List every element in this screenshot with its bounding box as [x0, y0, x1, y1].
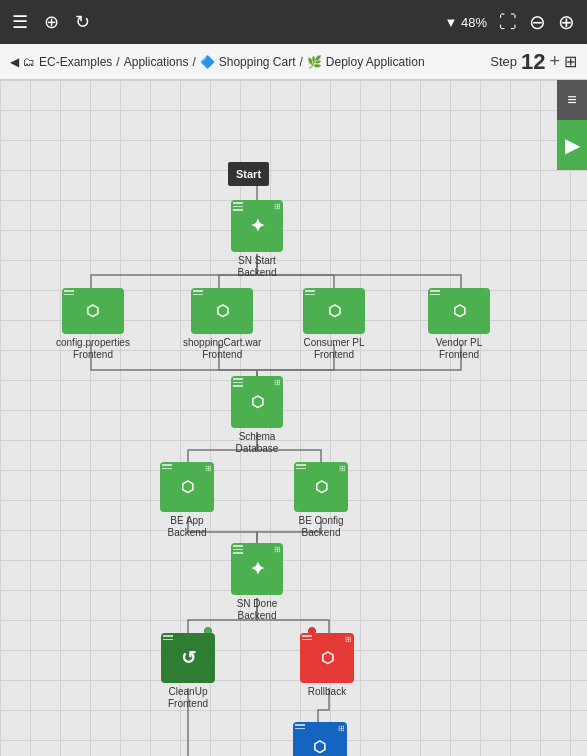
node-rollback[interactable]: ⬡ ⊞ Rollback [300, 633, 354, 698]
add-step-button[interactable]: + [549, 51, 560, 72]
applications-link[interactable]: Applications [124, 55, 189, 69]
node-manual-input-box: ⬡ ⊞ [293, 722, 347, 756]
node-sn-done[interactable]: ✦ ⊞ SN DoneBackend [231, 543, 283, 622]
node-cleanup[interactable]: ↺ CleanUpFrontend [161, 633, 215, 710]
node-consumer-pl[interactable]: ⬡ Consumer PLFrontend [303, 288, 365, 361]
node-vendor-pl[interactable]: ⬡ Vendor PLFrontend [428, 288, 490, 361]
node-rollback-label: Rollback [308, 686, 346, 698]
node-be-app-badge: ⊞ [205, 464, 212, 473]
node-consumer-pl-icon: ⬡ [328, 302, 341, 320]
breadcrumb: ◀ 🗂 EC-Examples / Applications / 🔷 Shopp… [10, 55, 425, 69]
node-manual-input-badge: ⊞ [338, 724, 345, 733]
node-vendor-pl-box: ⬡ [428, 288, 490, 334]
node-sn-start[interactable]: ✦ ⊞ SN StartBackend [231, 200, 283, 279]
node-shopping-cart-war-label: shoppingCart.warFrontend [183, 337, 261, 361]
play-icon: ▶ [565, 133, 580, 157]
node-sn-done-label: SN DoneBackend [237, 598, 278, 622]
node-start[interactable]: Start [228, 162, 269, 186]
node-sn-done-badge: ⊞ [274, 545, 281, 554]
node-shopping-cart-war-icon: ⬡ [216, 302, 229, 320]
step-label: Step [490, 54, 517, 69]
node-be-app-label: BE AppBackend [168, 515, 207, 539]
node-be-config[interactable]: ⬡ ⊞ BE ConfigBackend [294, 462, 348, 539]
node-shopping-cart-war[interactable]: ⬡ shoppingCart.warFrontend [183, 288, 261, 361]
node-be-config-box: ⬡ ⊞ [294, 462, 348, 512]
panel-toggle-icon: ≡ [567, 91, 576, 109]
step-number: 12 [521, 49, 545, 75]
grid-icon[interactable]: ⊞ [564, 52, 577, 71]
fullscreen-icon[interactable]: ⛶ [499, 12, 517, 33]
node-schema-label: SchemaDatabase [236, 431, 279, 455]
node-sn-start-badge: ⊞ [274, 202, 281, 211]
node-rollback-icon: ⬡ [321, 649, 334, 667]
target-icon[interactable]: ⊕ [44, 11, 59, 33]
node-consumer-pl-box: ⬡ [303, 288, 365, 334]
node-vendor-pl-icon: ⬡ [453, 302, 466, 320]
ec-examples-link[interactable]: EC-Examples [39, 55, 112, 69]
node-config-props-icon: ⬡ [86, 302, 99, 320]
node-be-config-icon: ⬡ [315, 478, 328, 496]
node-sn-start-icon: ✦ [250, 215, 265, 237]
breadcrumb-bar: ◀ 🗂 EC-Examples / Applications / 🔷 Shopp… [0, 44, 587, 80]
node-schema-badge: ⊞ [274, 378, 281, 387]
node-start-box: Start [228, 162, 269, 186]
node-consumer-pl-label: Consumer PLFrontend [303, 337, 364, 361]
deploy-application-link[interactable]: Deploy Application [326, 55, 425, 69]
node-manual-input[interactable]: ⬡ ⊞ Manual Input [291, 722, 349, 756]
shopping-cart-link[interactable]: Shopping Cart [219, 55, 296, 69]
node-sn-done-box: ✦ ⊞ [231, 543, 283, 595]
node-sn-start-box: ✦ ⊞ [231, 200, 283, 252]
node-manual-input-icon: ⬡ [313, 738, 326, 756]
folder-icon: 🗂 [23, 55, 35, 69]
node-be-app[interactable]: ⬡ ⊞ BE AppBackend [160, 462, 214, 539]
node-rollback-box: ⬡ ⊞ [300, 633, 354, 683]
node-schema[interactable]: ⬡ ⊞ SchemaDatabase [231, 376, 283, 455]
zoom-out-icon[interactable]: ⊖ [529, 10, 546, 34]
panel-toggle-button[interactable]: ≡ [557, 80, 587, 120]
toolbar-left: ☰ ⊕ ↻ [12, 11, 90, 33]
node-be-app-icon: ⬡ [181, 478, 194, 496]
toolbar: ☰ ⊕ ↻ ▼ 48% ⛶ ⊖ ⊕ [0, 0, 587, 44]
node-config-props-box: ⬡ [62, 288, 124, 334]
node-cleanup-label: CleanUpFrontend [168, 686, 208, 710]
sep1: / [116, 55, 119, 69]
refresh-icon[interactable]: ↻ [75, 11, 90, 33]
node-cleanup-box: ↺ [161, 633, 215, 683]
node-rollback-badge: ⊞ [345, 635, 352, 644]
node-vendor-pl-label: Vendor PLFrontend [436, 337, 483, 361]
sep3: / [299, 55, 302, 69]
node-schema-box: ⬡ ⊞ [231, 376, 283, 428]
node-be-config-badge: ⊞ [339, 464, 346, 473]
node-config-props-label: config.propertiesFrontend [56, 337, 130, 361]
deploy-icon: 🌿 [307, 55, 322, 69]
connections-svg [0, 80, 587, 756]
sep2: / [192, 55, 195, 69]
cart-icon: 🔷 [200, 55, 215, 69]
node-config-props[interactable]: ⬡ config.propertiesFrontend [56, 288, 130, 361]
back-button[interactable]: ◀ [10, 55, 19, 69]
node-be-config-label: BE ConfigBackend [298, 515, 343, 539]
node-sn-start-label: SN StartBackend [238, 255, 277, 279]
zoom-dropdown[interactable]: ▼ 48% [444, 15, 487, 30]
step-area: Step 12 + ⊞ [490, 49, 577, 75]
node-be-app-box: ⬡ ⊞ [160, 462, 214, 512]
toolbar-right: ▼ 48% ⛶ ⊖ ⊕ [444, 10, 575, 34]
node-sn-done-icon: ✦ [250, 558, 265, 580]
canvas: ≡ ▶ [0, 80, 587, 756]
node-start-label: Start [236, 168, 261, 180]
node-cleanup-icon: ↺ [181, 647, 196, 669]
node-schema-icon: ⬡ [251, 393, 264, 411]
play-button[interactable]: ▶ [557, 120, 587, 170]
menu-icon[interactable]: ☰ [12, 11, 28, 33]
zoom-in-icon[interactable]: ⊕ [558, 10, 575, 34]
node-shopping-cart-war-box: ⬡ [191, 288, 253, 334]
